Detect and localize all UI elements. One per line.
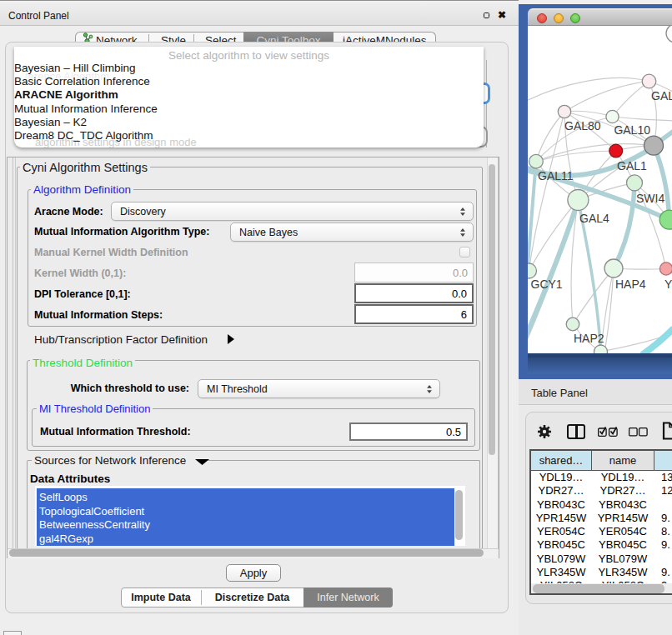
svg-text:GCY1: GCY1 (531, 278, 563, 291)
svg-text:HAP4: HAP4 (615, 278, 646, 291)
svg-text:GAL1: GAL1 (617, 159, 647, 172)
svg-text:GAL10: GAL10 (614, 123, 650, 137)
svg-text:Y: Y (664, 278, 672, 291)
svg-text:GAL11: GAL11 (538, 169, 574, 182)
svg-text:GAL2: GAL2 (651, 89, 672, 102)
svg-text:HAP2: HAP2 (574, 332, 604, 345)
svg-text:GAL4: GAL4 (579, 212, 609, 225)
svg-text:GAL80: GAL80 (564, 119, 601, 132)
svg-text:SWI4: SWI4 (636, 192, 664, 205)
